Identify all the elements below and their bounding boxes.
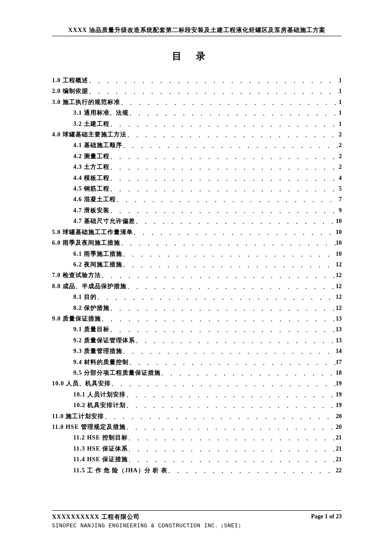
- toc-entry[interactable]: 9.1 质量目标 . . . . . . . . . . . . . . . .…: [52, 324, 342, 335]
- toc-entry-label: 6.0 雨季及夜间施工措施: [52, 238, 120, 248]
- toc-entry[interactable]: 11.4 HSE 保证措施 . . . . . . . . . . . . . …: [52, 454, 342, 465]
- toc-entry-label: 5.0 球罐基础施工工作量清单: [52, 227, 133, 237]
- toc-entry-label: 4.0 球罐基础主要施工方法: [52, 130, 127, 140]
- toc-entry-label: 9.3 质量管理措施: [73, 346, 122, 356]
- footer-company-english: SINOPEC NANJING ENGINEERING & CONSTRUCTI…: [52, 522, 342, 529]
- toc-entry[interactable]: 9.4 材料的质量控制 . . . . . . . . . . . . . . …: [52, 357, 342, 367]
- toc-entry-label: 4.2 测量工程: [73, 151, 110, 162]
- toc-leader-dots: . . . . . . . . . . . . . . . . . . . . …: [128, 455, 336, 465]
- toc-leader-dots: . . . . . . . . . . . . . . . . . . . . …: [120, 98, 339, 108]
- toc-entry-label: 9.1 质量目标: [73, 324, 110, 335]
- toc-title: 目录: [0, 50, 392, 63]
- toc-leader-dots: . . . . . . . . . . . . . . . . . . . . …: [126, 390, 336, 400]
- toc-leader-dots: . . . . . . . . . . . . . . . . . . . . …: [135, 217, 336, 227]
- toc-entry-label: 1.0 工程概述: [52, 75, 88, 86]
- toc-leader-dots: . . . . . . . . . . . . . . . . . . . . …: [128, 444, 336, 454]
- toc-leader-dots: . . . . . . . . . . . . . . . . . . . . …: [101, 314, 336, 324]
- toc-entry[interactable]: 11.0 HSE 管理规定及措施 . . . . . . . . . . . .…: [52, 422, 342, 432]
- toc-leader-dots: . . . . . . . . . . . . . . . . . . . . …: [110, 152, 339, 162]
- toc-entry[interactable]: 3.2 土建工程 . . . . . . . . . . . . . . . .…: [52, 119, 342, 129]
- toc-leader-dots: . . . . . . . . . . . . . . . . . . . . …: [120, 238, 336, 249]
- toc-entry[interactable]: 8.0 成品、半成品保护措施 . . . . . . . . . . . . .…: [52, 281, 342, 292]
- toc-leader-dots: . . . . . . . . . . . . . . . . . . . . …: [97, 292, 336, 303]
- toc-entry[interactable]: 8.2 保护措施 . . . . . . . . . . . . . . . .…: [52, 303, 342, 313]
- toc-entry-page: 19: [336, 400, 342, 410]
- toc-entry[interactable]: 9.2 质量保证管理体系 . . . . . . . . . . . . . .…: [52, 335, 342, 346]
- toc-entry[interactable]: 10.2 机具安排计划 . . . . . . . . . . . . . . …: [52, 400, 342, 410]
- toc-entry-page: 2: [339, 130, 342, 140]
- toc-leader-dots: . . . . . . . . . . . . . . . . . . . . …: [128, 433, 336, 443]
- toc-entry[interactable]: 4.5 钢筋工程 . . . . . . . . . . . . . . . .…: [52, 183, 342, 194]
- toc-entry-label: 6.2 夜间施工措施: [73, 260, 122, 270]
- toc-leader-dots: . . . . . . . . . . . . . . . . . . . . …: [135, 336, 336, 346]
- toc-leader-dots: . . . . . . . . . . . . . . . . . . . . …: [167, 466, 336, 476]
- toc-entry[interactable]: 3.1 通用标准、法规 . . . . . . . . . . . . . . …: [52, 107, 342, 118]
- toc-entry-page: 18: [336, 368, 342, 378]
- toc-entry[interactable]: 2.0 编制依据 . . . . . . . . . . . . . . . .…: [52, 86, 342, 96]
- toc-entry[interactable]: 4.0 球罐基础主要施工方法 . . . . . . . . . . . . .…: [52, 129, 342, 140]
- toc-entry[interactable]: 11.2 HSE 控制目标 . . . . . . . . . . . . . …: [52, 432, 342, 443]
- toc-entry-page: 22: [336, 465, 342, 476]
- toc-entry[interactable]: 6.0 雨季及夜间施工措施 . . . . . . . . . . . . . …: [52, 237, 342, 248]
- toc-entry-page: 10: [336, 227, 342, 237]
- toc-entry-page: 10: [336, 216, 342, 226]
- toc-entry-page: 21: [336, 433, 342, 443]
- toc-entry[interactable]: 9.3 质量管理措施 . . . . . . . . . . . . . . .…: [52, 346, 342, 356]
- toc-entry-label: 8.0 成品、半成品保护措施: [52, 281, 127, 292]
- toc-entry-label: 11.2 HSE 控制目标: [73, 433, 128, 443]
- toc-entry-page: 20: [336, 422, 342, 432]
- toc-leader-dots: . . . . . . . . . . . . . . . . . . . . …: [110, 119, 339, 130]
- toc-leader-dots: . . . . . . . . . . . . . . . . . . . . …: [122, 249, 336, 260]
- toc-entry[interactable]: 8.1 目的 . . . . . . . . . . . . . . . . .…: [52, 292, 342, 302]
- toc-leader-dots: . . . . . . . . . . . . . . . . . . . . …: [122, 347, 336, 357]
- toc-entry[interactable]: 9.0 质量保证措施 . . . . . . . . . . . . . . .…: [52, 313, 342, 324]
- toc-entry[interactable]: 4.3 土方工程 . . . . . . . . . . . . . . . .…: [52, 162, 342, 172]
- toc-entry[interactable]: 5.0 球罐基础施工工作量清单 . . . . . . . . . . . . …: [52, 227, 342, 237]
- toc-entry[interactable]: 6.2 夜间施工措施 . . . . . . . . . . . . . . .…: [52, 259, 342, 270]
- toc-entry-label: 3.2 土建工程: [73, 119, 110, 129]
- toc-entry[interactable]: 11.3 HSE 保证体系 . . . . . . . . . . . . . …: [52, 443, 342, 454]
- toc-entry-label: 2.0 编制依据: [52, 86, 88, 96]
- toc-entry-label: 9.2 质量保证管理体系: [73, 335, 135, 346]
- toc-entry-page: 12: [336, 270, 342, 280]
- toc-entry[interactable]: 11.0 施工计划安排 . . . . . . . . . . . . . . …: [52, 411, 342, 422]
- toc-entry[interactable]: 3.0 施工执行的规范标准 . . . . . . . . . . . . . …: [52, 97, 342, 107]
- toc-entry[interactable]: 4.2 测量工程 . . . . . . . . . . . . . . . .…: [52, 151, 342, 162]
- toc-leader-dots: . . . . . . . . . . . . . . . . . . . . …: [116, 195, 339, 205]
- toc-entry-page: 9: [339, 205, 342, 216]
- toc-entry-label: 4.1 基础施工顺序: [73, 140, 122, 150]
- footer-company: XXXXXXXXXX 工程有限公司: [52, 513, 140, 521]
- toc-entry[interactable]: 4.4 模板工程 . . . . . . . . . . . . . . . .…: [52, 173, 342, 183]
- toc-entry-label: 4.7 基础尺寸允许偏差: [73, 216, 135, 226]
- toc-entry-page: 13: [336, 324, 342, 335]
- toc-leader-dots: . . . . . . . . . . . . . . . . . . . . …: [126, 401, 336, 411]
- toc-leader-dots: . . . . . . . . . . . . . . . . . . . . …: [122, 260, 336, 270]
- toc-entry-page: 20: [336, 411, 342, 422]
- toc-entry[interactable]: 4.7 基础尺寸允许偏差 . . . . . . . . . . . . . .…: [52, 216, 342, 226]
- toc-entry[interactable]: 9.5 分部分项工程质量保证措施 . . . . . . . . . . . .…: [52, 367, 342, 378]
- toc-entry[interactable]: 1.0 工程概述 . . . . . . . . . . . . . . . .…: [52, 75, 342, 86]
- toc-entry[interactable]: 7.0 检查试验方法 . . . . . . . . . . . . . . .…: [52, 270, 342, 280]
- toc-leader-dots: . . . . . . . . . . . . . . . . . . . . …: [110, 184, 339, 194]
- toc-entry-label: 8.2 保护措施: [73, 303, 110, 313]
- toc-leader-dots: . . . . . . . . . . . . . . . . . . . . …: [110, 162, 339, 173]
- toc-entry-label: 11.3 HSE 保证体系: [73, 444, 128, 454]
- toc-leader-dots: . . . . . . . . . . . . . . . . . . . . …: [110, 206, 339, 216]
- toc-entry-page: 12: [336, 281, 342, 292]
- toc-entry[interactable]: 4.6 混凝土工程 . . . . . . . . . . . . . . . …: [52, 194, 342, 205]
- toc-entry[interactable]: 11.5 工 作 危 险（JHA）分 析 表 . . . . . . . . .…: [52, 465, 342, 476]
- toc-entry-page: 12: [336, 292, 342, 302]
- toc-entry[interactable]: 10.0 人员、机具安排 . . . . . . . . . . . . . .…: [52, 378, 342, 389]
- toc-entry-page: 1: [339, 108, 342, 118]
- toc-entry[interactable]: 6.1 雨季施工措施 . . . . . . . . . . . . . . .…: [52, 249, 342, 259]
- toc-entry[interactable]: 4.1 基础施工顺序 . . . . . . . . . . . . . . .…: [52, 140, 342, 150]
- toc-entry-label: 4.5 钢筋工程: [73, 184, 110, 194]
- toc-entry-page: 12: [336, 260, 342, 270]
- toc-leader-dots: . . . . . . . . . . . . . . . . . . . . …: [129, 108, 339, 119]
- toc-leader-dots: . . . . . . . . . . . . . . . . . . . . …: [88, 76, 339, 86]
- toc-entry[interactable]: 10.1 人员计划安排 . . . . . . . . . . . . . . …: [52, 389, 342, 400]
- toc-leader-dots: . . . . . . . . . . . . . . . . . . . . …: [127, 130, 339, 140]
- toc-entry-label: 4.3 土方工程: [73, 162, 110, 172]
- toc-entry[interactable]: 4.7 滑板安装 . . . . . . . . . . . . . . . .…: [52, 205, 342, 216]
- toc-entry-page: 1: [339, 75, 342, 86]
